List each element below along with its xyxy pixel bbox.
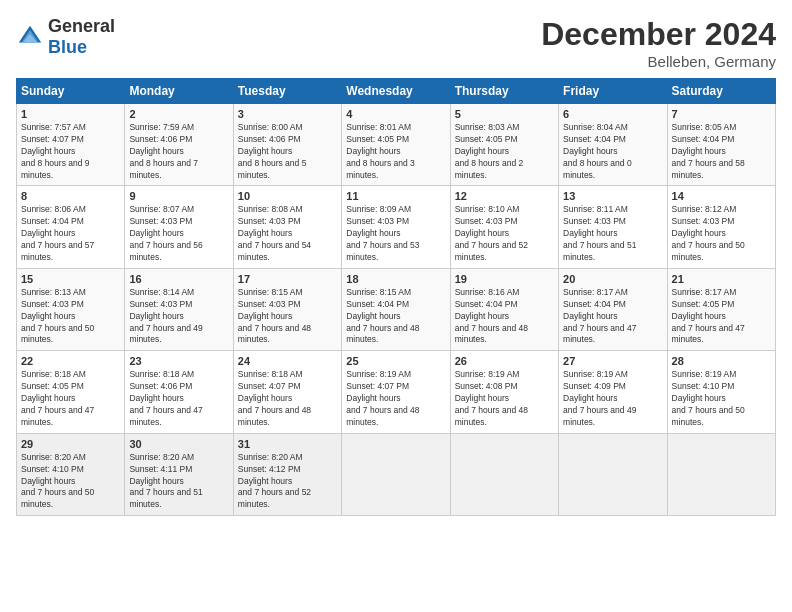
calendar-week-5: 29 Sunrise: 8:20 AMSunset: 4:10 PMDaylig… — [17, 433, 776, 515]
cell-info: Sunrise: 8:15 AMSunset: 4:04 PMDaylight … — [346, 287, 419, 345]
calendar-cell: 31 Sunrise: 8:20 AMSunset: 4:12 PMDaylig… — [233, 433, 341, 515]
header-friday: Friday — [559, 79, 667, 104]
calendar-week-4: 22 Sunrise: 8:18 AMSunset: 4:05 PMDaylig… — [17, 351, 776, 433]
calendar-cell: 22 Sunrise: 8:18 AMSunset: 4:05 PMDaylig… — [17, 351, 125, 433]
day-number: 25 — [346, 355, 445, 367]
title-block: December 2024 Belleben, Germany — [541, 16, 776, 70]
day-number: 2 — [129, 108, 228, 120]
cell-info: Sunrise: 8:01 AMSunset: 4:05 PMDaylight … — [346, 122, 415, 180]
cell-info: Sunrise: 8:16 AMSunset: 4:04 PMDaylight … — [455, 287, 528, 345]
day-number: 12 — [455, 190, 554, 202]
calendar-cell — [559, 433, 667, 515]
day-number: 1 — [21, 108, 120, 120]
calendar-table: Sunday Monday Tuesday Wednesday Thursday… — [16, 78, 776, 516]
header-thursday: Thursday — [450, 79, 558, 104]
cell-info: Sunrise: 8:07 AMSunset: 4:03 PMDaylight … — [129, 204, 202, 262]
calendar-cell: 30 Sunrise: 8:20 AMSunset: 4:11 PMDaylig… — [125, 433, 233, 515]
cell-info: Sunrise: 8:18 AMSunset: 4:05 PMDaylight … — [21, 369, 94, 427]
calendar-cell: 25 Sunrise: 8:19 AMSunset: 4:07 PMDaylig… — [342, 351, 450, 433]
calendar-cell: 19 Sunrise: 8:16 AMSunset: 4:04 PMDaylig… — [450, 268, 558, 350]
cell-info: Sunrise: 7:57 AMSunset: 4:07 PMDaylight … — [21, 122, 90, 180]
logo: General Blue — [16, 16, 115, 58]
cell-info: Sunrise: 8:04 AMSunset: 4:04 PMDaylight … — [563, 122, 632, 180]
cell-info: Sunrise: 8:10 AMSunset: 4:03 PMDaylight … — [455, 204, 528, 262]
cell-info: Sunrise: 8:03 AMSunset: 4:05 PMDaylight … — [455, 122, 524, 180]
calendar-cell: 3 Sunrise: 8:00 AMSunset: 4:06 PMDayligh… — [233, 104, 341, 186]
cell-info: Sunrise: 8:20 AMSunset: 4:10 PMDaylight … — [21, 452, 94, 510]
calendar-cell — [667, 433, 775, 515]
day-number: 27 — [563, 355, 662, 367]
cell-info: Sunrise: 8:08 AMSunset: 4:03 PMDaylight … — [238, 204, 311, 262]
day-number: 11 — [346, 190, 445, 202]
cell-info: Sunrise: 8:18 AMSunset: 4:07 PMDaylight … — [238, 369, 311, 427]
day-number: 22 — [21, 355, 120, 367]
cell-info: Sunrise: 8:17 AMSunset: 4:04 PMDaylight … — [563, 287, 636, 345]
cell-info: Sunrise: 8:14 AMSunset: 4:03 PMDaylight … — [129, 287, 202, 345]
logo-text: General Blue — [48, 16, 115, 58]
calendar-cell: 11 Sunrise: 8:09 AMSunset: 4:03 PMDaylig… — [342, 186, 450, 268]
cell-info: Sunrise: 8:20 AMSunset: 4:12 PMDaylight … — [238, 452, 311, 510]
calendar-cell — [342, 433, 450, 515]
calendar-cell: 2 Sunrise: 7:59 AMSunset: 4:06 PMDayligh… — [125, 104, 233, 186]
header-sunday: Sunday — [17, 79, 125, 104]
logo-icon — [16, 23, 44, 51]
day-number: 24 — [238, 355, 337, 367]
calendar-week-1: 1 Sunrise: 7:57 AMSunset: 4:07 PMDayligh… — [17, 104, 776, 186]
calendar-cell: 5 Sunrise: 8:03 AMSunset: 4:05 PMDayligh… — [450, 104, 558, 186]
calendar-cell: 23 Sunrise: 8:18 AMSunset: 4:06 PMDaylig… — [125, 351, 233, 433]
calendar-cell: 18 Sunrise: 8:15 AMSunset: 4:04 PMDaylig… — [342, 268, 450, 350]
cell-info: Sunrise: 8:19 AMSunset: 4:09 PMDaylight … — [563, 369, 636, 427]
cell-info: Sunrise: 8:09 AMSunset: 4:03 PMDaylight … — [346, 204, 419, 262]
day-number: 8 — [21, 190, 120, 202]
calendar-cell: 24 Sunrise: 8:18 AMSunset: 4:07 PMDaylig… — [233, 351, 341, 433]
calendar-cell: 26 Sunrise: 8:19 AMSunset: 4:08 PMDaylig… — [450, 351, 558, 433]
calendar-cell: 29 Sunrise: 8:20 AMSunset: 4:10 PMDaylig… — [17, 433, 125, 515]
day-number: 29 — [21, 438, 120, 450]
cell-info: Sunrise: 8:17 AMSunset: 4:05 PMDaylight … — [672, 287, 745, 345]
day-number: 5 — [455, 108, 554, 120]
day-number: 19 — [455, 273, 554, 285]
day-number: 30 — [129, 438, 228, 450]
cell-info: Sunrise: 8:11 AMSunset: 4:03 PMDaylight … — [563, 204, 636, 262]
calendar-cell: 6 Sunrise: 8:04 AMSunset: 4:04 PMDayligh… — [559, 104, 667, 186]
cell-info: Sunrise: 8:13 AMSunset: 4:03 PMDaylight … — [21, 287, 94, 345]
header-saturday: Saturday — [667, 79, 775, 104]
day-number: 23 — [129, 355, 228, 367]
calendar-cell: 27 Sunrise: 8:19 AMSunset: 4:09 PMDaylig… — [559, 351, 667, 433]
header-monday: Monday — [125, 79, 233, 104]
cell-info: Sunrise: 8:19 AMSunset: 4:08 PMDaylight … — [455, 369, 528, 427]
calendar-cell: 28 Sunrise: 8:19 AMSunset: 4:10 PMDaylig… — [667, 351, 775, 433]
calendar-body: 1 Sunrise: 7:57 AMSunset: 4:07 PMDayligh… — [17, 104, 776, 516]
calendar-cell: 21 Sunrise: 8:17 AMSunset: 4:05 PMDaylig… — [667, 268, 775, 350]
calendar-week-3: 15 Sunrise: 8:13 AMSunset: 4:03 PMDaylig… — [17, 268, 776, 350]
calendar-cell: 12 Sunrise: 8:10 AMSunset: 4:03 PMDaylig… — [450, 186, 558, 268]
day-number: 26 — [455, 355, 554, 367]
day-number: 15 — [21, 273, 120, 285]
calendar-cell: 1 Sunrise: 7:57 AMSunset: 4:07 PMDayligh… — [17, 104, 125, 186]
header-wednesday: Wednesday — [342, 79, 450, 104]
day-number: 31 — [238, 438, 337, 450]
calendar-cell: 20 Sunrise: 8:17 AMSunset: 4:04 PMDaylig… — [559, 268, 667, 350]
day-number: 28 — [672, 355, 771, 367]
header-row: General Blue December 2024 Belleben, Ger… — [16, 16, 776, 70]
cell-info: Sunrise: 8:15 AMSunset: 4:03 PMDaylight … — [238, 287, 311, 345]
day-number: 7 — [672, 108, 771, 120]
calendar-week-2: 8 Sunrise: 8:06 AMSunset: 4:04 PMDayligh… — [17, 186, 776, 268]
cell-info: Sunrise: 8:20 AMSunset: 4:11 PMDaylight … — [129, 452, 202, 510]
calendar-container: General Blue December 2024 Belleben, Ger… — [0, 0, 792, 526]
day-number: 16 — [129, 273, 228, 285]
day-number: 14 — [672, 190, 771, 202]
calendar-subtitle: Belleben, Germany — [541, 53, 776, 70]
day-number: 6 — [563, 108, 662, 120]
calendar-cell: 16 Sunrise: 8:14 AMSunset: 4:03 PMDaylig… — [125, 268, 233, 350]
calendar-cell: 15 Sunrise: 8:13 AMSunset: 4:03 PMDaylig… — [17, 268, 125, 350]
calendar-title: December 2024 — [541, 16, 776, 53]
day-number: 4 — [346, 108, 445, 120]
header-tuesday: Tuesday — [233, 79, 341, 104]
day-number: 9 — [129, 190, 228, 202]
calendar-cell: 13 Sunrise: 8:11 AMSunset: 4:03 PMDaylig… — [559, 186, 667, 268]
calendar-cell: 8 Sunrise: 8:06 AMSunset: 4:04 PMDayligh… — [17, 186, 125, 268]
calendar-cell: 10 Sunrise: 8:08 AMSunset: 4:03 PMDaylig… — [233, 186, 341, 268]
calendar-cell — [450, 433, 558, 515]
logo-blue: Blue — [48, 37, 87, 57]
